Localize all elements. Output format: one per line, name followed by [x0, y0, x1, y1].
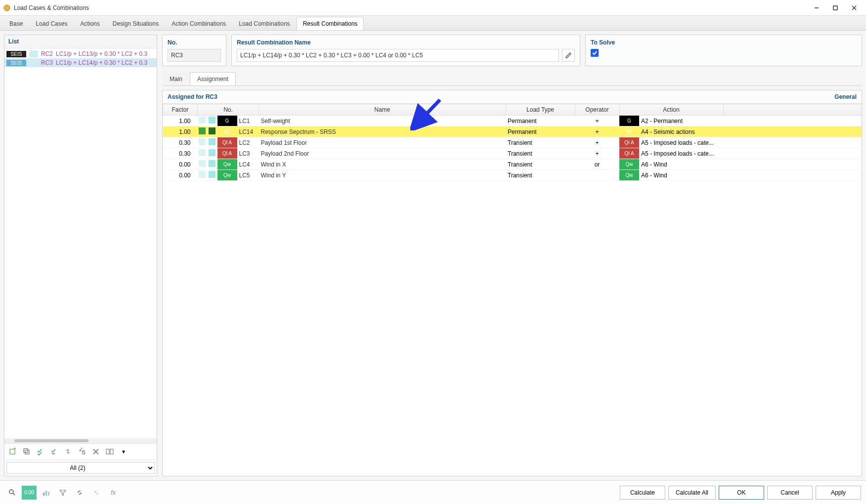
- edit-name-button[interactable]: [562, 49, 575, 62]
- list-horizontal-scrollbar[interactable]: [4, 438, 157, 443]
- filter-icon[interactable]: [55, 486, 70, 500]
- cell-action[interactable]: A5 - Imposed loads - cate...: [639, 137, 723, 148]
- cell-loadtype[interactable]: Transient: [506, 170, 575, 181]
- cell-name[interactable]: Self-weight: [259, 116, 506, 126]
- cell-name[interactable]: Wind in X: [259, 159, 506, 170]
- apply-button[interactable]: Apply: [816, 486, 861, 500]
- color-swatch: [208, 126, 217, 137]
- cell-action[interactable]: A2 - Permanent: [639, 116, 723, 126]
- unlink-icon[interactable]: [89, 486, 104, 500]
- cell-spacer: [723, 159, 862, 170]
- cell-operator[interactable]: +: [575, 137, 619, 148]
- tab-actions[interactable]: Actions: [74, 17, 106, 30]
- cell-action[interactable]: A6 - Wind: [639, 170, 723, 181]
- list[interactable]: SEIS RC2 LC1/p + LC13/p + 0.30 * LC2 + 0…: [4, 48, 157, 438]
- col-operator[interactable]: Operator: [575, 104, 619, 116]
- cell-operator[interactable]: [575, 170, 619, 181]
- maximize-button[interactable]: [826, 2, 844, 14]
- cancel-button[interactable]: Cancel: [767, 486, 813, 500]
- view-mode-dropdown-icon[interactable]: ▾: [117, 446, 130, 458]
- cell-lc[interactable]: LC4: [237, 159, 259, 170]
- cell-factor[interactable]: 1.00: [163, 126, 198, 137]
- col-action[interactable]: Action: [619, 104, 723, 116]
- tab-load-combinations[interactable]: Load Combinations: [232, 17, 296, 30]
- cell-name[interactable]: Payload 1st Floor: [259, 137, 506, 148]
- cell-lc[interactable]: LC5: [237, 170, 259, 181]
- cell-name[interactable]: Payload 2nd Floor: [259, 148, 506, 159]
- new-icon[interactable]: [6, 446, 19, 458]
- cell-action[interactable]: A4 - Seismic actions: [639, 126, 723, 137]
- color-swatch: [198, 126, 208, 137]
- table-row[interactable]: 0.00QwLC5Wind in YTransientQwA6 - Wind: [163, 170, 862, 181]
- cell-operator[interactable]: +: [575, 126, 619, 137]
- copy-icon[interactable]: [20, 446, 33, 458]
- search-icon[interactable]: [5, 486, 20, 500]
- calculate-button[interactable]: Calculate: [620, 486, 665, 500]
- cell-lc[interactable]: LC3: [237, 148, 259, 159]
- tab-result-combinations[interactable]: Result Combinations: [297, 17, 364, 30]
- calculate-all-button[interactable]: Calculate All: [668, 486, 716, 500]
- table-row[interactable]: 0.30QI ALC3Payload 2nd FloorTransient+QI…: [163, 148, 862, 159]
- function-icon[interactable]: fx: [106, 486, 121, 500]
- tab-base[interactable]: Base: [3, 17, 29, 30]
- swap-icon[interactable]: [62, 446, 75, 458]
- subtab-main[interactable]: Main: [162, 72, 190, 85]
- name-box: Result Combination Name: [231, 35, 580, 66]
- cell-loadtype[interactable]: Transient: [506, 148, 575, 159]
- list-item[interactable]: SEIS RC2 LC1/p + LC13/p + 0.30 * LC2 + 0…: [4, 49, 157, 58]
- view-mode-icon[interactable]: [103, 446, 116, 458]
- subtab-assignment[interactable]: Assignment: [190, 72, 236, 85]
- cell-operator[interactable]: +: [575, 148, 619, 159]
- cell-action[interactable]: A6 - Wind: [639, 159, 723, 170]
- table-row[interactable]: 0.30QI ALC2Payload 1st FloorTransient+QI…: [163, 137, 862, 148]
- list-title: List: [4, 35, 157, 48]
- check-all-icon[interactable]: [34, 446, 47, 458]
- tab-design-situations[interactable]: Design Situations: [106, 17, 165, 30]
- svg-rect-5: [10, 449, 15, 454]
- solve-checkbox[interactable]: [591, 49, 599, 57]
- grid-general-link[interactable]: General: [834, 93, 857, 100]
- cell-factor[interactable]: 0.30: [163, 137, 198, 148]
- cell-operator[interactable]: +: [575, 116, 619, 126]
- cell-factor[interactable]: 1.00: [163, 116, 198, 126]
- filter-select[interactable]: All (2): [6, 462, 155, 474]
- no-input[interactable]: [168, 49, 221, 62]
- stats-icon[interactable]: [39, 486, 53, 500]
- cell-lc[interactable]: LC14: [237, 126, 259, 137]
- cell-loadtype[interactable]: Transient: [506, 137, 575, 148]
- table-row[interactable]: 0.00QwLC4Wind in XTransientorQwA6 - Wind: [163, 159, 862, 170]
- cell-factor[interactable]: 0.30: [163, 148, 198, 159]
- units-icon[interactable]: 0.00: [22, 486, 37, 500]
- tab-load-cases[interactable]: Load Cases: [29, 17, 74, 30]
- assignment-grid[interactable]: Factor No. Name Load Type Operator Actio…: [163, 104, 862, 181]
- cell-loadtype[interactable]: Permanent: [506, 126, 575, 137]
- cell-factor[interactable]: 0.00: [163, 170, 198, 181]
- cell-lc[interactable]: LC2: [237, 137, 259, 148]
- cell-loadtype[interactable]: Transient: [506, 159, 575, 170]
- cell-loadtype[interactable]: Permanent: [506, 116, 575, 126]
- renumber-icon[interactable]: 26: [76, 446, 88, 458]
- col-loadtype[interactable]: Load Type: [506, 104, 575, 116]
- action-category-tag: QI A: [619, 148, 639, 159]
- link-icon[interactable]: [72, 486, 87, 500]
- list-item[interactable]: SEIS RC3 LC1/p + LC14/p + 0.30 * LC2 + 0…: [4, 58, 157, 67]
- cell-name[interactable]: Response Sepctrum - SRSS: [259, 126, 506, 137]
- minimize-button[interactable]: [808, 2, 825, 14]
- table-row[interactable]: 1.00GLC1Self-weightPermanent+GA2 - Perma…: [163, 116, 862, 126]
- ok-button[interactable]: OK: [719, 486, 764, 500]
- col-name[interactable]: Name: [259, 104, 506, 116]
- cell-factor[interactable]: 0.00: [163, 159, 198, 170]
- cell-name[interactable]: Wind in Y: [259, 170, 506, 181]
- delete-icon[interactable]: [89, 446, 102, 458]
- cell-operator[interactable]: or: [575, 159, 619, 170]
- table-row[interactable]: 1.00AELC14Response Sepctrum - SRSSPerman…: [163, 126, 862, 137]
- cell-action[interactable]: A5 - Imposed loads - cate...: [639, 148, 723, 159]
- cell-lc[interactable]: LC1: [237, 116, 259, 126]
- col-no[interactable]: No.: [198, 104, 259, 116]
- tab-action-combinations[interactable]: Action Combinations: [165, 17, 232, 30]
- uncheck-all-icon[interactable]: [48, 446, 61, 458]
- svg-rect-15: [106, 449, 109, 454]
- col-factor[interactable]: Factor: [163, 104, 198, 116]
- name-input[interactable]: [237, 49, 559, 62]
- close-button[interactable]: [845, 2, 863, 14]
